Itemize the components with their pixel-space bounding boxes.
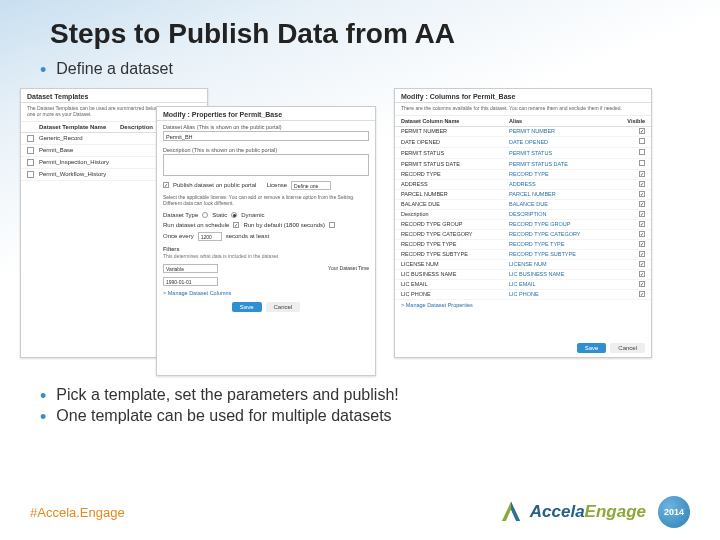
visible-checkbox[interactable] [639,201,645,207]
filters-field: Filters This determines what data is inc… [157,243,375,262]
bullet-icon: • [40,407,46,429]
column-row: LIC EMAILLIC EMAIL [395,280,651,290]
alias-input[interactable]: PERMIT STATUS DATE [509,161,617,167]
panel-properties-head: Modify : Properties for Permit_Base [157,107,375,121]
visible-checkbox[interactable] [639,251,645,257]
alias-input[interactable]: Permit_BH [163,131,369,141]
alias-field: Dataset Alias (This is shown on the publ… [157,121,375,144]
radio-dynamic[interactable] [231,212,237,218]
column-row: PERMIT NUMBERPERMIT NUMBER [395,127,651,137]
visible-checkbox[interactable] [639,241,645,247]
column-row: LICENSE NUMLICENSE NUM [395,260,651,270]
alias-input[interactable]: RECORD TYPE GROUP [509,221,617,227]
slide-title: Steps to Publish Data from AA [0,0,720,50]
alias-input[interactable]: BALANCE DUE [509,201,617,207]
radio-static[interactable] [202,212,208,218]
manage-properties-link[interactable]: > Manage Dataset Properties [395,300,651,310]
column-row: PERMIT STATUS DATEPERMIT STATUS DATE [395,159,651,170]
column-row: RECORD TYPE TYPERECORD TYPE TYPE [395,240,651,250]
checkbox-icon[interactable] [27,135,34,142]
column-row: RECORD TYPERECORD TYPE [395,170,651,180]
checkbox-icon[interactable] [27,147,34,154]
column-row: LIC BUSINESS NAMELIC BUSINESS NAME [395,270,651,280]
bullet-2: • Pick a template, set the parameters an… [40,386,720,408]
visible-checkbox[interactable] [639,160,645,166]
visible-checkbox[interactable] [639,281,645,287]
bullet-icon: • [40,60,46,82]
visible-checkbox[interactable] [639,191,645,197]
visible-checkbox[interactable] [639,138,645,144]
bullet-text: One template can be used for multiple da… [56,407,391,425]
logo: AccelaEngage 2014 [498,496,690,528]
column-row: ADDRESSADDRESS [395,180,651,190]
bullet-3: • One template can be used for multiple … [40,407,720,429]
alias-input[interactable]: PERMIT STATUS [509,150,617,156]
cancel-button[interactable]: Cancel [266,302,301,312]
once-every-checkbox[interactable] [329,222,335,228]
cancel-button[interactable]: Cancel [610,343,645,353]
panel-columns-head: Modify : Columns for Permit_Base [395,89,651,103]
panel-properties: Modify : Properties for Permit_Base Data… [156,106,376,376]
save-button[interactable]: Save [232,302,262,312]
checkbox-icon[interactable] [27,159,34,166]
screenshots-row: Dataset Templates The Dataset Templates … [0,82,720,376]
type-row: Dataset Type Static Dynamic [157,210,375,220]
alias-input[interactable]: LIC BUSINESS NAME [509,271,617,277]
column-row: RECORD TYPE GROUPRECORD TYPE GROUP [395,220,651,230]
alias-input[interactable]: RECORD TYPE [509,171,617,177]
footer: #Accela.Engage AccelaEngage 2014 [0,496,720,528]
column-row: PARCEL NUMBERPARCEL NUMBER [395,190,651,200]
publish-checkbox[interactable] [163,182,169,188]
logo-icon [498,499,524,525]
visible-checkbox[interactable] [639,231,645,237]
alias-input[interactable]: RECORD TYPE CATEGORY [509,231,617,237]
column-row: DescriptionDESCRIPTION [395,210,651,220]
column-row: PERMIT STATUSPERMIT STATUS [395,148,651,159]
alias-input[interactable]: PERMIT NUMBER [509,128,617,134]
visible-checkbox[interactable] [639,221,645,227]
desc-input[interactable] [163,154,369,176]
alias-input[interactable]: LIC EMAIL [509,281,617,287]
year-badge: 2014 [658,496,690,528]
license-note: Select the applicable license. You can a… [157,192,375,210]
panel-templates-head: Dataset Templates [21,89,207,103]
alias-input[interactable]: RECORD TYPE SUBTYPE [509,251,617,257]
column-row: DATE OPENEDDATE OPENED [395,137,651,148]
alias-input[interactable]: LIC PHONE [509,291,617,297]
column-row: RECORD TYPE CATEGORYRECORD TYPE CATEGORY [395,230,651,240]
alias-input[interactable]: DATE OPENED [509,139,617,145]
visible-checkbox[interactable] [639,211,645,217]
column-row: LIC PHONELIC PHONE [395,290,651,300]
visible-checkbox[interactable] [639,149,645,155]
bullet-text: Define a dataset [56,60,173,78]
alias-input[interactable]: DESCRIPTION [509,211,617,217]
run-default-checkbox[interactable] [233,222,239,228]
columns-thead: Dataset Column Name Alias Visible [395,116,651,127]
visible-checkbox[interactable] [639,181,645,187]
visible-checkbox[interactable] [639,171,645,177]
checkbox-icon[interactable] [27,171,34,178]
bullet-icon: • [40,386,46,408]
bullet-text: Pick a template, set the parameters and … [56,386,398,404]
panel-columns-sub: There are the columns available for this… [395,103,651,116]
visible-checkbox[interactable] [639,261,645,267]
alias-input[interactable]: RECORD TYPE TYPE [509,241,617,247]
visible-checkbox[interactable] [639,128,645,134]
column-row: BALANCE DUEBALANCE DUE [395,200,651,210]
filter-variable[interactable]: Variable [163,264,218,273]
manage-columns-link[interactable]: > Manage Dataset Columns [157,288,375,298]
filter-value-input[interactable]: 1990-01-01 [163,277,218,286]
alias-input[interactable]: ADDRESS [509,181,617,187]
alias-input[interactable]: PARCEL NUMBER [509,191,617,197]
bullet-1: • Define a dataset [40,60,720,82]
hashtag: #Accela.Engage [30,505,125,520]
desc-field: Description (This is shown on the public… [157,144,375,179]
once-input[interactable]: 1200 [198,232,222,241]
save-button[interactable]: Save [577,343,607,353]
visible-checkbox[interactable] [639,291,645,297]
alias-input[interactable]: LICENSE NUM [509,261,617,267]
license-select[interactable]: Define one [291,181,331,190]
filter-row: Variable Your Dataset Time [157,262,375,275]
visible-checkbox[interactable] [639,271,645,277]
schedule-row: Run dataset on schedule Run by default (… [157,220,375,243]
